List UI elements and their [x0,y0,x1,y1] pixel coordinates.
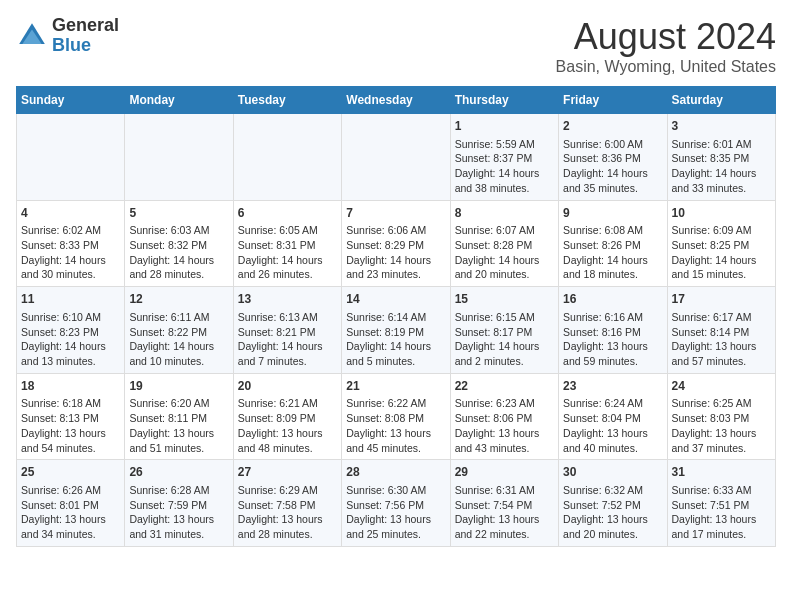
day-number: 16 [563,291,662,308]
calendar-cell: 8Sunrise: 6:07 AM Sunset: 8:28 PM Daylig… [450,200,558,287]
calendar-cell: 1Sunrise: 5:59 AM Sunset: 8:37 PM Daylig… [450,114,558,201]
calendar-table: SundayMondayTuesdayWednesdayThursdayFrid… [16,86,776,547]
week-row-3: 11Sunrise: 6:10 AM Sunset: 8:23 PM Dayli… [17,287,776,374]
day-info: Sunrise: 6:13 AM Sunset: 8:21 PM Dayligh… [238,310,337,369]
calendar-cell: 30Sunrise: 6:32 AM Sunset: 7:52 PM Dayli… [559,460,667,547]
calendar-cell: 19Sunrise: 6:20 AM Sunset: 8:11 PM Dayli… [125,373,233,460]
calendar-cell: 3Sunrise: 6:01 AM Sunset: 8:35 PM Daylig… [667,114,775,201]
day-info: Sunrise: 6:22 AM Sunset: 8:08 PM Dayligh… [346,396,445,455]
day-info: Sunrise: 6:17 AM Sunset: 8:14 PM Dayligh… [672,310,771,369]
main-title: August 2024 [556,16,776,58]
week-row-4: 18Sunrise: 6:18 AM Sunset: 8:13 PM Dayli… [17,373,776,460]
week-row-2: 4Sunrise: 6:02 AM Sunset: 8:33 PM Daylig… [17,200,776,287]
calendar-cell [342,114,450,201]
day-info: Sunrise: 6:20 AM Sunset: 8:11 PM Dayligh… [129,396,228,455]
header-day-friday: Friday [559,87,667,114]
day-number: 26 [129,464,228,481]
day-info: Sunrise: 6:29 AM Sunset: 7:58 PM Dayligh… [238,483,337,542]
logo: General Blue [16,16,119,56]
header-day-saturday: Saturday [667,87,775,114]
calendar-cell: 7Sunrise: 6:06 AM Sunset: 8:29 PM Daylig… [342,200,450,287]
day-info: Sunrise: 6:03 AM Sunset: 8:32 PM Dayligh… [129,223,228,282]
day-info: Sunrise: 6:02 AM Sunset: 8:33 PM Dayligh… [21,223,120,282]
day-info: Sunrise: 6:28 AM Sunset: 7:59 PM Dayligh… [129,483,228,542]
header-day-tuesday: Tuesday [233,87,341,114]
day-number: 13 [238,291,337,308]
header-row: SundayMondayTuesdayWednesdayThursdayFrid… [17,87,776,114]
day-number: 11 [21,291,120,308]
day-number: 20 [238,378,337,395]
day-info: Sunrise: 6:11 AM Sunset: 8:22 PM Dayligh… [129,310,228,369]
calendar-cell [233,114,341,201]
logo-blue: Blue [52,35,91,55]
header-day-thursday: Thursday [450,87,558,114]
calendar-cell: 21Sunrise: 6:22 AM Sunset: 8:08 PM Dayli… [342,373,450,460]
calendar-cell: 18Sunrise: 6:18 AM Sunset: 8:13 PM Dayli… [17,373,125,460]
day-info: Sunrise: 6:31 AM Sunset: 7:54 PM Dayligh… [455,483,554,542]
week-row-1: 1Sunrise: 5:59 AM Sunset: 8:37 PM Daylig… [17,114,776,201]
calendar-cell: 16Sunrise: 6:16 AM Sunset: 8:16 PM Dayli… [559,287,667,374]
day-number: 8 [455,205,554,222]
day-number: 21 [346,378,445,395]
day-info: Sunrise: 6:16 AM Sunset: 8:16 PM Dayligh… [563,310,662,369]
day-number: 17 [672,291,771,308]
day-number: 23 [563,378,662,395]
day-info: Sunrise: 6:33 AM Sunset: 7:51 PM Dayligh… [672,483,771,542]
day-number: 25 [21,464,120,481]
calendar-cell [17,114,125,201]
calendar-cell: 23Sunrise: 6:24 AM Sunset: 8:04 PM Dayli… [559,373,667,460]
day-info: Sunrise: 6:01 AM Sunset: 8:35 PM Dayligh… [672,137,771,196]
day-number: 4 [21,205,120,222]
day-info: Sunrise: 6:06 AM Sunset: 8:29 PM Dayligh… [346,223,445,282]
calendar-cell [125,114,233,201]
calendar-cell: 22Sunrise: 6:23 AM Sunset: 8:06 PM Dayli… [450,373,558,460]
calendar-cell: 5Sunrise: 6:03 AM Sunset: 8:32 PM Daylig… [125,200,233,287]
day-info: Sunrise: 6:00 AM Sunset: 8:36 PM Dayligh… [563,137,662,196]
day-number: 15 [455,291,554,308]
day-info: Sunrise: 6:25 AM Sunset: 8:03 PM Dayligh… [672,396,771,455]
title-block: August 2024 Basin, Wyoming, United State… [556,16,776,76]
day-info: Sunrise: 6:26 AM Sunset: 8:01 PM Dayligh… [21,483,120,542]
day-info: Sunrise: 6:09 AM Sunset: 8:25 PM Dayligh… [672,223,771,282]
calendar-cell: 2Sunrise: 6:00 AM Sunset: 8:36 PM Daylig… [559,114,667,201]
calendar-cell: 4Sunrise: 6:02 AM Sunset: 8:33 PM Daylig… [17,200,125,287]
calendar-header: SundayMondayTuesdayWednesdayThursdayFrid… [17,87,776,114]
day-info: Sunrise: 6:18 AM Sunset: 8:13 PM Dayligh… [21,396,120,455]
header-day-sunday: Sunday [17,87,125,114]
day-info: Sunrise: 6:05 AM Sunset: 8:31 PM Dayligh… [238,223,337,282]
calendar-cell: 26Sunrise: 6:28 AM Sunset: 7:59 PM Dayli… [125,460,233,547]
day-number: 1 [455,118,554,135]
day-number: 5 [129,205,228,222]
day-number: 19 [129,378,228,395]
calendar-cell: 13Sunrise: 6:13 AM Sunset: 8:21 PM Dayli… [233,287,341,374]
calendar-cell: 29Sunrise: 6:31 AM Sunset: 7:54 PM Dayli… [450,460,558,547]
logo-general: General [52,15,119,35]
day-info: Sunrise: 6:32 AM Sunset: 7:52 PM Dayligh… [563,483,662,542]
page-header: General Blue August 2024 Basin, Wyoming,… [16,16,776,76]
header-day-monday: Monday [125,87,233,114]
calendar-cell: 24Sunrise: 6:25 AM Sunset: 8:03 PM Dayli… [667,373,775,460]
day-number: 30 [563,464,662,481]
day-number: 10 [672,205,771,222]
day-number: 9 [563,205,662,222]
day-info: Sunrise: 6:10 AM Sunset: 8:23 PM Dayligh… [21,310,120,369]
calendar-cell: 11Sunrise: 6:10 AM Sunset: 8:23 PM Dayli… [17,287,125,374]
day-number: 28 [346,464,445,481]
calendar-cell: 27Sunrise: 6:29 AM Sunset: 7:58 PM Dayli… [233,460,341,547]
calendar-cell: 17Sunrise: 6:17 AM Sunset: 8:14 PM Dayli… [667,287,775,374]
day-info: Sunrise: 6:30 AM Sunset: 7:56 PM Dayligh… [346,483,445,542]
day-number: 12 [129,291,228,308]
day-number: 3 [672,118,771,135]
calendar-cell: 25Sunrise: 6:26 AM Sunset: 8:01 PM Dayli… [17,460,125,547]
calendar-cell: 15Sunrise: 6:15 AM Sunset: 8:17 PM Dayli… [450,287,558,374]
day-number: 27 [238,464,337,481]
calendar-cell: 12Sunrise: 6:11 AM Sunset: 8:22 PM Dayli… [125,287,233,374]
header-day-wednesday: Wednesday [342,87,450,114]
day-info: Sunrise: 6:14 AM Sunset: 8:19 PM Dayligh… [346,310,445,369]
week-row-5: 25Sunrise: 6:26 AM Sunset: 8:01 PM Dayli… [17,460,776,547]
calendar-cell: 14Sunrise: 6:14 AM Sunset: 8:19 PM Dayli… [342,287,450,374]
day-number: 14 [346,291,445,308]
logo-text: General Blue [52,16,119,56]
day-info: Sunrise: 6:23 AM Sunset: 8:06 PM Dayligh… [455,396,554,455]
day-info: Sunrise: 6:08 AM Sunset: 8:26 PM Dayligh… [563,223,662,282]
